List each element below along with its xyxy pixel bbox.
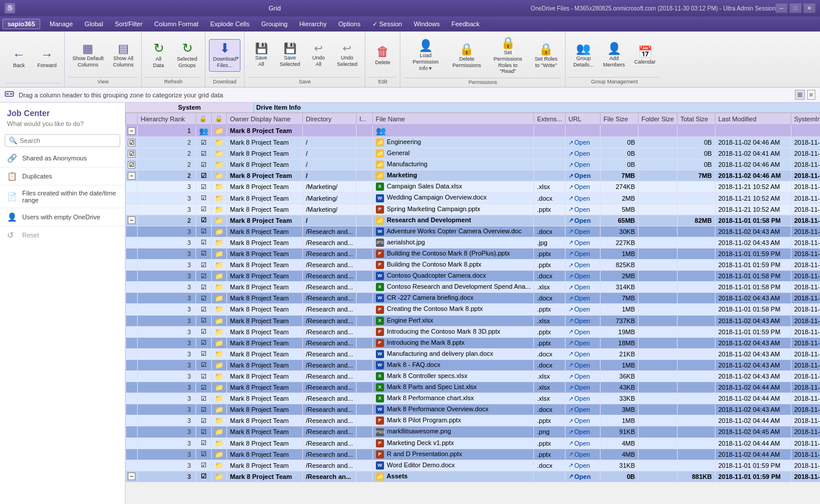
- table-row[interactable]: 3 ☑ 📁 Mark 8 Project Team /Research and.…: [126, 282, 821, 293]
- table-row[interactable]: 3 ☑ 📁 Mark 8 Project Team /Research and.…: [126, 226, 821, 237]
- expand-cell[interactable]: [126, 370, 138, 382]
- open-link[interactable]: ↗ Open: [568, 139, 597, 146]
- url-cell[interactable]: ↗ Open: [566, 426, 601, 438]
- open-link[interactable]: ↗ Open: [568, 373, 597, 380]
- back-button[interactable]: ← Back: [6, 46, 32, 72]
- open-link[interactable]: ↗ Open: [568, 440, 597, 447]
- forward-button[interactable]: → Forward: [33, 46, 61, 72]
- table-row[interactable]: 3 ☑ 📁 Mark 8 Project Team /Research and.…: [126, 438, 821, 449]
- all-data-button[interactable]: ↻ AllData: [145, 39, 172, 72]
- table-row[interactable]: ☑ 2 ☑ 📁 Mark 8 Project Team / 📁 General …: [126, 148, 821, 159]
- col-lock1[interactable]: 🔒: [196, 113, 212, 125]
- sidebar-item-empty-onedrive[interactable]: 👤 Users with empty OneDrive: [0, 208, 125, 226]
- expand-cell[interactable]: [126, 415, 138, 426]
- expand-cell[interactable]: [126, 460, 138, 471]
- sidebar-search-box[interactable]: 🔍: [5, 134, 120, 147]
- url-cell[interactable]: ↗ Open: [566, 148, 601, 159]
- checkbox-icon[interactable]: ☑: [201, 417, 207, 424]
- url-cell[interactable]: ↗ Open: [566, 471, 601, 482]
- url-cell[interactable]: ↗ Open: [566, 137, 601, 148]
- expand-btn[interactable]: –: [128, 127, 135, 135]
- delete-permissions-button[interactable]: 🔒 DeletePermissions: [448, 40, 485, 72]
- grid-scroll-area[interactable]: Hierarchy Rank 🔒 🔒 Owner Display Name Di…: [125, 113, 820, 504]
- open-link[interactable]: ↗ Open: [568, 284, 597, 290]
- table-row[interactable]: 3 ☑ 📁 Mark 8 Project Team /Research and.…: [126, 370, 821, 382]
- checkbox-icon[interactable]: ☑: [201, 161, 207, 168]
- checkbox-icon[interactable]: ☑: [201, 473, 207, 480]
- table-row[interactable]: – 3 ☑ 📁 Mark 8 Project Team /Research an…: [126, 471, 821, 482]
- expand-cell[interactable]: ☑: [126, 148, 138, 159]
- col-owner[interactable]: Owner Display Name: [227, 113, 303, 125]
- table-row[interactable]: 3 ☑ 📁 Mark 8 Project Team /Marketing/ W …: [126, 192, 821, 204]
- table-row[interactable]: 3 ☑ 📁 Mark 8 Project Team /Marketing/ P …: [126, 204, 821, 215]
- menu-item-feedback[interactable]: Feedback: [446, 18, 486, 30]
- table-row[interactable]: 3 ☑ 📁 Mark 8 Project Team /Research and.…: [126, 337, 821, 348]
- add-members-button[interactable]: 👤 AddMembers: [599, 40, 629, 71]
- expand-cell[interactable]: [126, 359, 138, 370]
- url-cell[interactable]: [566, 125, 601, 137]
- open-link[interactable]: ↗ Open: [568, 295, 597, 302]
- url-cell[interactable]: ↗ Open: [566, 370, 601, 382]
- col-url[interactable]: URL: [566, 113, 601, 125]
- menu-item-session[interactable]: ✓ Session: [367, 18, 408, 30]
- url-cell[interactable]: ↗ Open: [566, 271, 601, 282]
- menu-item-explode-cells[interactable]: Explode Cells: [204, 18, 255, 30]
- url-cell[interactable]: ↗ Open: [566, 382, 601, 393]
- expand-cell[interactable]: –: [126, 215, 138, 226]
- checkbox-icon[interactable]: ☑: [201, 139, 207, 146]
- checkbox-icon[interactable]: ☑: [201, 373, 207, 380]
- checkbox-icon[interactable]: ☑: [201, 183, 207, 190]
- expand-cell[interactable]: [126, 237, 138, 248]
- open-link[interactable]: ↗ Open: [568, 272, 597, 279]
- col-directory[interactable]: Directory: [303, 113, 357, 125]
- expand-cell[interactable]: [126, 204, 138, 215]
- expand-cell[interactable]: [126, 282, 138, 293]
- expand-cell[interactable]: –: [126, 471, 138, 482]
- table-row[interactable]: 3 ☑ 📁 Mark 8 Project Team /Marketing/ X …: [126, 181, 821, 192]
- col-expand[interactable]: [126, 113, 138, 125]
- url-cell[interactable]: ↗ Open: [566, 204, 601, 215]
- table-row[interactable]: 3 ☑ 📁 Mark 8 Project Team /Research and.…: [126, 260, 821, 271]
- open-link[interactable]: ↗ Open: [568, 428, 597, 435]
- table-row[interactable]: 3 ☑ 📁 Mark 8 Project Team /Research and.…: [126, 348, 821, 359]
- url-cell[interactable]: ↗ Open: [566, 359, 601, 370]
- col-ext[interactable]: Extens...: [534, 113, 566, 125]
- col-lock2[interactable]: 🔒: [212, 113, 227, 125]
- checkbox-icon[interactable]: ☑: [201, 172, 207, 179]
- checkbox-icon[interactable]: ☑: [201, 272, 207, 279]
- group-details-button[interactable]: 👥 GroupDetails...: [569, 40, 598, 71]
- open-link[interactable]: ↗ Open: [568, 228, 597, 235]
- set-roles-write-button[interactable]: 🔒 Set Rolesto "Write": [531, 40, 561, 72]
- expand-cell[interactable]: [126, 181, 138, 192]
- expand-cell[interactable]: [126, 248, 138, 259]
- table-row[interactable]: 3 ☑ 📁 Mark 8 Project Team /Research and.…: [126, 415, 821, 426]
- open-link[interactable]: ↗ Open: [568, 239, 597, 246]
- open-link[interactable]: ↗ Open: [568, 183, 597, 190]
- expand-cell[interactable]: [126, 271, 138, 282]
- expand-btn[interactable]: ☑: [128, 161, 135, 169]
- col-sysinfo[interactable]: SystemInfo - La...: [791, 113, 820, 125]
- open-link[interactable]: ↗ Open: [568, 328, 597, 335]
- url-cell[interactable]: ↗ Open: [566, 337, 601, 348]
- open-link[interactable]: ↗ Open: [568, 250, 597, 257]
- expand-cell[interactable]: [126, 393, 138, 404]
- checkbox-icon[interactable]: ☑: [201, 205, 207, 212]
- expand-btn[interactable]: –: [128, 172, 135, 180]
- open-link[interactable]: ↗ Open: [568, 384, 597, 391]
- open-link[interactable]: ↗ Open: [568, 451, 597, 458]
- checkbox-icon[interactable]: ☑: [201, 395, 207, 402]
- expand-btn[interactable]: ☑: [128, 139, 135, 146]
- view-toggle-icon[interactable]: ⊞ ≡: [795, 90, 815, 100]
- load-permission-button[interactable]: 👤 Load PermissionInfo ▾: [404, 37, 447, 74]
- url-cell[interactable]: ↗ Open: [566, 248, 601, 259]
- expand-cell[interactable]: [126, 326, 138, 337]
- checkbox-icon[interactable]: ☑: [201, 328, 207, 335]
- expand-cell[interactable]: [126, 449, 138, 460]
- open-link[interactable]: ↗ Open: [568, 172, 597, 179]
- table-row[interactable]: – 2 ☑ 📁 Mark 8 Project Team / 📁 Marketin…: [126, 170, 821, 181]
- url-cell[interactable]: ↗ Open: [566, 293, 601, 304]
- open-link[interactable]: ↗ Open: [568, 306, 597, 313]
- expand-cell[interactable]: ☑: [126, 137, 138, 148]
- open-link[interactable]: ↗ Open: [568, 473, 597, 480]
- open-link[interactable]: ↗ Open: [568, 217, 597, 224]
